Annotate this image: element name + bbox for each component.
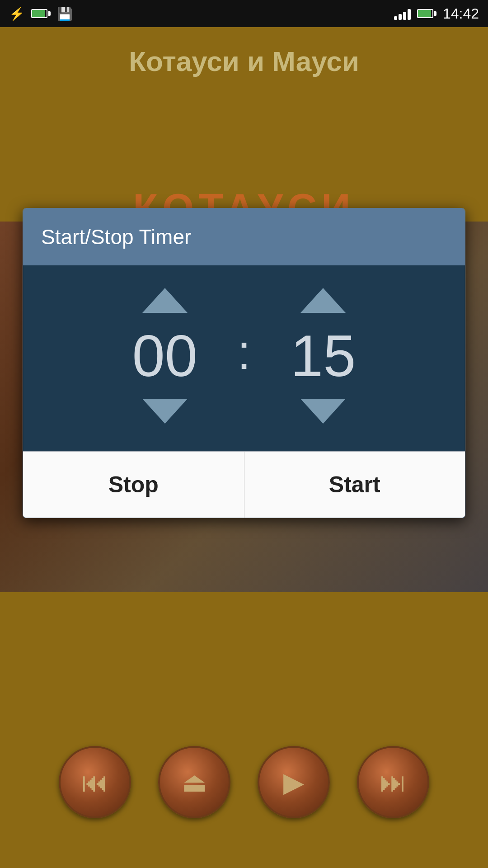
signal-bar-3 [403,12,406,20]
eject-icon: ⏏ [182,766,207,798]
battery-body [31,9,47,18]
usb-icon: ⚡ [9,6,25,21]
app-background: Котауси и Мауси КОТАУСИ Start/Stop Timer… [0,27,488,868]
timer-dialog: Start/Stop Timer 00 : 15 [23,208,465,518]
status-bar-left: ⚡ 💾 [9,6,73,21]
play-icon: ▶ [283,766,304,798]
dialog-title: Start/Stop Timer [41,225,191,249]
battery-fill-right [418,10,431,17]
eject-button[interactable]: ⏏ [158,746,230,818]
seconds-value: 15 [278,326,368,385]
play-button[interactable]: ▶ [258,746,330,818]
status-bar-right: 14:42 [394,5,479,22]
dialog-buttons: Stop Start [23,451,465,518]
minutes-value: 00 [120,326,210,385]
app-title: Котауси и Мауси [0,27,488,91]
battery-body-right [417,9,433,18]
battery-percentage-indicator [31,9,51,18]
signal-bars [394,7,411,20]
signal-bar-2 [399,14,402,20]
sd-card-icon: 💾 [57,6,73,21]
timer-controls: 00 : 15 [41,288,447,424]
dialog-container: Start/Stop Timer 00 : 15 [23,208,465,518]
battery-icon [417,9,436,18]
seconds-down-button[interactable] [300,399,346,424]
fast-forward-button[interactable]: ⏭ [357,746,429,818]
start-button[interactable]: Start [244,452,465,518]
seconds-up-button[interactable] [300,288,346,313]
status-time: 14:42 [443,5,479,22]
minutes-up-button[interactable] [142,288,188,313]
rewind-button[interactable]: ⏮ [59,746,131,818]
signal-bar-1 [394,16,397,20]
minutes-column: 00 [120,288,210,424]
minutes-down-button[interactable] [142,399,188,424]
status-bar: ⚡ 💾 14:42 [0,0,488,27]
rewind-icon: ⏮ [81,767,108,798]
dialog-body: 00 : 15 [23,265,465,451]
battery-tip [48,11,51,16]
bottom-controls: ⏮ ⏏ ▶ ⏭ [0,732,488,832]
battery-tip-right [434,11,436,16]
signal-bar-4 [408,9,411,20]
stop-button[interactable]: Stop [23,452,244,518]
dialog-header: Start/Stop Timer [23,208,465,265]
seconds-column: 15 [278,288,368,424]
fast-forward-icon: ⏭ [380,767,407,798]
battery-fill [32,10,45,17]
timer-separator: : [237,323,251,380]
